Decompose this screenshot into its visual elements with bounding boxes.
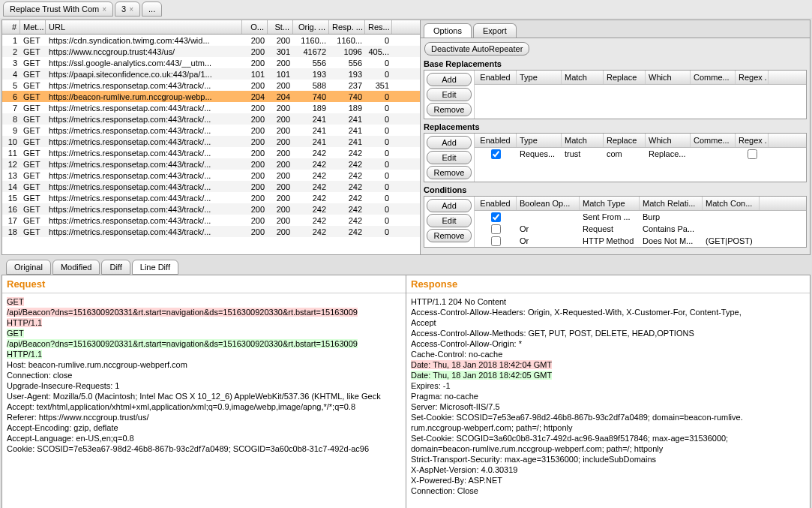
request-body[interactable]: GET /api/Beacon?dns=1516300920331&rt.sta… xyxy=(2,293,406,508)
table-row[interactable]: Sent From ...Burp xyxy=(475,211,806,223)
table-row[interactable]: 8GEThttps://metrics.responsetap.com:443/… xyxy=(2,113,420,125)
table-row[interactable]: OrHTTP MethodDoes Not M...(GET|POST) xyxy=(475,235,806,247)
conditions-title: Conditions xyxy=(424,185,807,194)
table-row[interactable]: 10GEThttps://metrics.responsetap.com:443… xyxy=(2,136,420,147)
table-row[interactable]: 1GEThttps://cdn.syndication.twimg.com:44… xyxy=(2,35,420,46)
request-title: Request xyxy=(2,275,406,293)
replacements-table: Add Edit Remove EnabledTypeMatchReplaceW… xyxy=(424,133,807,182)
table-header: # Met... URL O... St... Orig. ... Resp. … xyxy=(2,20,420,35)
table-row[interactable]: 4GEThttps://paapi.siteconfidence.co.uk:4… xyxy=(2,68,420,80)
edit-button[interactable]: Edit xyxy=(427,214,472,227)
remove-button[interactable]: Remove xyxy=(427,229,472,242)
response-panel: Response HTTP/1.1 204 No ContentAccess-C… xyxy=(406,275,810,508)
edit-button[interactable]: Edit xyxy=(427,151,472,164)
add-button[interactable]: Add xyxy=(427,73,472,86)
tab-more[interactable]: ... xyxy=(142,2,162,17)
conditions-table: Add Edit Remove EnabledBoolean Op...Matc… xyxy=(424,196,807,248)
top-tabs: Replace Trust With Com× 3× ... xyxy=(0,0,812,18)
close-icon[interactable]: × xyxy=(102,5,106,14)
table-row[interactable]: 13GEThttps://metrics.responsetap.com:443… xyxy=(2,170,420,181)
tab-3[interactable]: 3× xyxy=(115,2,140,17)
tab-modified[interactable]: Modified xyxy=(52,260,100,275)
close-icon[interactable]: × xyxy=(129,5,133,14)
table-row[interactable]: 6GEThttps://beacon-rumlive.rum.nccgroup-… xyxy=(2,91,420,102)
tab-line-diff[interactable]: Line Diff xyxy=(132,260,178,275)
tab-options[interactable]: Options xyxy=(424,23,472,38)
table-row[interactable]: 11GEThttps://metrics.responsetap.com:443… xyxy=(2,147,420,158)
enabled-checkbox[interactable] xyxy=(491,212,501,222)
request-log-pane: # Met... URL O... St... Orig. ... Resp. … xyxy=(2,20,421,254)
table-row[interactable]: OrRequestContains Pa... xyxy=(475,223,806,235)
table-row[interactable]: 14GEThttps://metrics.responsetap.com:443… xyxy=(2,181,420,192)
regex-checkbox[interactable] xyxy=(748,149,757,159)
request-panel: Request GET /api/Beacon?dns=151630092033… xyxy=(2,275,406,508)
remove-button[interactable]: Remove xyxy=(427,103,472,116)
table-row[interactable]: 2GEThttps://www.nccgroup.trust:443/us/20… xyxy=(2,46,420,57)
tab-replace-trust[interactable]: Replace Trust With Com× xyxy=(3,2,113,17)
table-row[interactable]: 7GEThttps://metrics.responsetap.com:443/… xyxy=(2,102,420,113)
table-row[interactable]: 3GEThttps://ssl.google-analytics.com:443… xyxy=(2,57,420,68)
base-replacements-title: Base Replacements xyxy=(424,59,807,68)
edit-button[interactable]: Edit xyxy=(427,88,472,101)
table-row[interactable]: 16GEThttps://metrics.responsetap.com:443… xyxy=(2,203,420,215)
response-title: Response xyxy=(406,275,810,293)
add-button[interactable]: Add xyxy=(427,199,472,212)
deactivate-button[interactable]: Deactivate AutoRepeater xyxy=(424,42,529,56)
enabled-checkbox[interactable] xyxy=(491,224,501,234)
viewer-tabs: Original Modified Diff Line Diff xyxy=(0,257,812,275)
add-button[interactable]: Add xyxy=(427,136,472,149)
request-log-table[interactable]: # Met... URL O... St... Orig. ... Resp. … xyxy=(2,20,420,254)
config-pane: Options Export Deactivate AutoRepeater B… xyxy=(421,20,810,254)
table-row[interactable]: 12GEThttps://metrics.responsetap.com:443… xyxy=(2,158,420,170)
base-replacements-table: Add Edit Remove EnabledTypeMatchReplaceW… xyxy=(424,70,807,119)
tab-original[interactable]: Original xyxy=(6,260,51,275)
table-row[interactable]: Reques...trustcomReplace... xyxy=(475,148,806,160)
table-row[interactable]: 17GEThttps://metrics.responsetap.com:443… xyxy=(2,215,420,226)
remove-button[interactable]: Remove xyxy=(427,166,472,179)
enabled-checkbox[interactable] xyxy=(491,236,501,246)
table-row[interactable]: 18GEThttps://metrics.responsetap.com:443… xyxy=(2,226,420,237)
table-row[interactable]: 15GEThttps://metrics.responsetap.com:443… xyxy=(2,192,420,203)
tab-diff[interactable]: Diff xyxy=(101,260,130,275)
response-body[interactable]: HTTP/1.1 204 No ContentAccess-Control-Al… xyxy=(406,293,810,508)
replacements-title: Replacements xyxy=(424,122,807,131)
table-row[interactable]: 5GEThttps://metrics.responsetap.com:443/… xyxy=(2,80,420,91)
tab-export[interactable]: Export xyxy=(473,23,517,38)
enabled-checkbox[interactable] xyxy=(491,149,501,159)
table-row[interactable]: 9GEThttps://metrics.responsetap.com:443/… xyxy=(2,125,420,136)
